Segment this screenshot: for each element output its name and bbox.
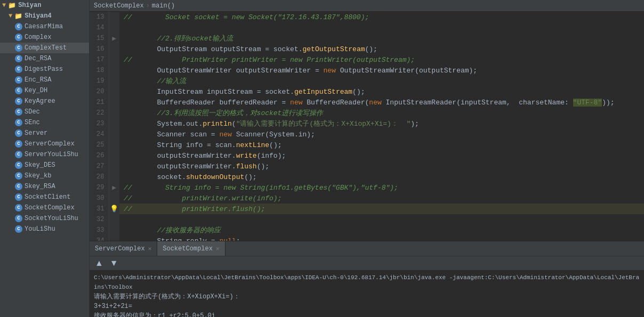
sidebar-item-skey-des[interactable]: C Skey_DES [0,160,89,170]
code-line[interactable]: OutputStream outputStream = socket.getOu… [119,44,644,54]
console-toolbar: ▲ ▼ [90,256,644,271]
line-number: 28 [90,172,109,182]
sidebar-item-senc[interactable]: C SEnc [0,117,89,128]
gutter-cell [109,214,119,225]
sidebar-item-label: ServerYouLiShu [25,151,78,158]
sidebar-item-server[interactable]: C Server [0,128,89,139]
table-row: 21 BufferedReader bufferedReader = new B… [90,97,644,108]
gutter-cell: ▶ [109,182,119,193]
sidebar-item-sdec[interactable]: C SDec [0,107,89,117]
console-up-button[interactable]: ▲ [93,257,106,269]
sidebar-item-youlishu[interactable]: C YouLiShu [0,224,89,234]
gutter-cell [109,161,119,172]
sidebar-item-enc-rsa[interactable]: C Enc_RSA [0,75,89,85]
code-line[interactable]: outputStreamWriter.flush(); [119,161,644,172]
class-icon: C [15,66,22,73]
sidebar-item-label: Server [25,129,47,137]
table-row: 22 //3.利用流按照一定的格式，对socket进行读写操作 [90,108,644,118]
sidebar-item-label: ServerComplex [25,140,75,148]
code-line[interactable]: //输入流 [119,76,644,86]
sidebar-item-shiyan4[interactable]: ▼ 📁 Shiyan4 [0,11,89,21]
console-output-line: 接收服务器的信息为：r1 +r2:5.0+5.0i [94,311,640,317]
code-editor[interactable]: 13 // Socket socket = new Socket("172.16… [90,12,644,241]
sidebar-item-label: Key_DH [25,87,47,94]
code-line[interactable]: socket.shutdownOutput(); [119,172,644,182]
table-row: 18 OutputStreamWriter outputStreamWriter… [90,65,644,76]
tab-close-icon[interactable]: ✕ [216,245,220,252]
code-line[interactable] [119,22,644,33]
console-down-button[interactable]: ▼ [108,257,120,269]
folder-icon: 📁 [14,12,22,20]
line-number: 18 [90,65,109,76]
code-line[interactable]: System.out.println("请输入需要计算的式子(格式为：X+Xio… [119,118,644,129]
code-line[interactable]: // Socket socket = new Socket("172.16.43… [119,12,644,22]
console-path-line: C:\Users\Administrator\AppData\Local\Jet… [94,273,640,292]
table-row: 31 💡 // printWriter.flush(); [90,204,644,214]
class-icon: C [15,108,22,116]
gutter-cell [109,65,119,76]
code-line[interactable]: OutputStreamWriter outputStreamWriter = … [119,65,644,76]
tab-label: ServerComplex [95,245,145,253]
line-number: 32 [90,214,109,225]
tab-servercomplex[interactable]: ServerComplex ✕ [90,241,157,256]
code-line[interactable] [119,214,644,225]
code-line[interactable]: InputStream inputStream = socket.getInpu… [119,86,644,97]
sidebar-item-digestpass[interactable]: C DigestPass [0,64,89,75]
breadcrumb: SocketComplex › main() [90,0,644,12]
sidebar-item-shiyan[interactable]: ▼ 📁 Shiyan [0,0,89,11]
gutter-cell: ▶ [109,33,119,44]
code-line[interactable]: // printWriter.write(info); [119,193,644,204]
code-line[interactable]: // String info = new String(info1.getByt… [119,182,644,193]
line-number: 31 [90,204,109,214]
line-number: 21 [90,97,109,108]
sidebar-item-label: Skey_kb [25,172,51,180]
sidebar-item-skey-kb[interactable]: C Skey_kb [0,170,89,181]
class-icon: C [15,87,22,94]
gutter-cell [109,140,119,150]
lightbulb-icon[interactable]: 💡 [110,205,118,213]
breadcrumb-method: main() [152,2,175,10]
code-line[interactable]: // PrintWriter printWriter = new PrintWr… [119,54,644,65]
sidebar-item-serveryoulishu[interactable]: C ServerYouLiShu [0,149,89,160]
class-icon: C [15,55,22,62]
table-row: 27 outputStreamWriter.flush(); [90,161,644,172]
sidebar-item-servercomplex[interactable]: C ServerComplex [0,139,89,149]
table-row: 17 // PrintWriter printWriter = new Prin… [90,54,644,65]
sidebar-item-socketclient[interactable]: C SocketClient [0,192,89,202]
sidebar-item-complextest[interactable]: C ComplexTest [0,43,89,53]
tab-socketcomplex[interactable]: SocketComplex ✕ [157,241,225,256]
gutter-cell [109,97,119,108]
tab-close-icon[interactable]: ✕ [148,245,152,252]
line-number: 23 [90,118,109,129]
code-line[interactable]: String reply = null; [119,235,644,241]
code-line[interactable]: BufferedReader bufferedReader = new Buff… [119,97,644,108]
sidebar-item-skey-rsa[interactable]: C Skey_RSA [0,181,89,192]
gutter-cell [109,150,119,161]
line-number: 33 [90,225,109,235]
code-line[interactable]: // printWriter.flush(); [119,204,644,214]
code-line[interactable]: //3.利用流按照一定的格式，对socket进行读写操作 [119,108,644,118]
table-row: 26 outputStreamWriter.write(info); [90,150,644,161]
class-icon: C [15,225,22,233]
gutter-cell [109,129,119,140]
sidebar-item-complex[interactable]: C Complex [0,32,89,43]
sidebar-item-caesarmima[interactable]: C CaesarMima [0,21,89,32]
line-number: 15 [90,33,109,44]
code-line[interactable]: outputStreamWriter.write(info); [119,150,644,161]
code-line[interactable]: //接收服务器的响应 [119,225,644,235]
sidebar-item-dec-rsa[interactable]: C Dec_RSA [0,53,89,64]
code-line[interactable]: Scanner scan = new Scanner(System.in); [119,129,644,140]
table-row: 32 [90,214,644,225]
sidebar-item-socketcomplex[interactable]: C SocketComplex [0,202,89,213]
line-number: 13 [90,12,109,22]
line-number: 17 [90,54,109,65]
sidebar-item-key-dh[interactable]: C Key_DH [0,85,89,96]
sidebar-item-socketyoulishu[interactable]: C SocketYouLiShu [0,213,89,224]
class-icon: C [15,119,22,126]
code-line[interactable]: String info = scan.nextLine(); [119,140,644,150]
sidebar-item-keyagree[interactable]: C KeyAgree [0,96,89,107]
table-row: 34 String reply = null; [90,235,644,241]
sidebar-item-label: SEnc [25,119,40,126]
code-line[interactable]: //2.得到socket输入流 [119,33,644,44]
gutter-cell [109,235,119,241]
